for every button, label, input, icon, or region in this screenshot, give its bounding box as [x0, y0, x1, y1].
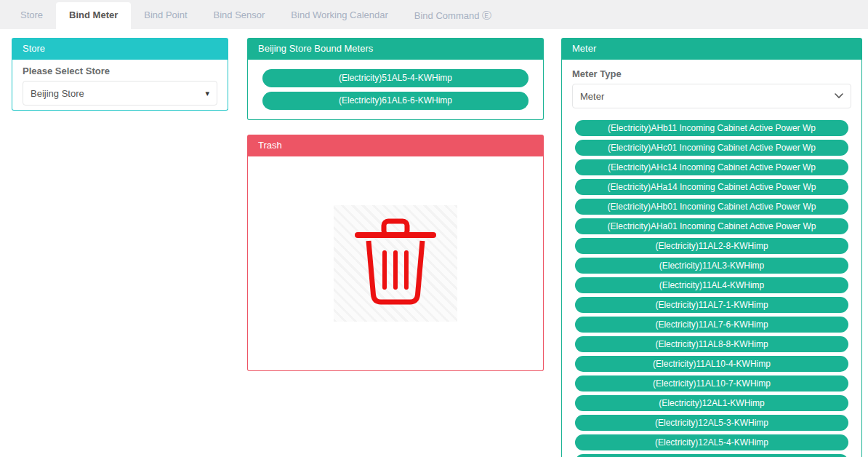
- bound-meter-pill[interactable]: (Electricity)61AL6-6-KWHimp: [262, 92, 529, 110]
- meter-pill[interactable]: (Electricity)11AL8-8-KWHimp: [575, 336, 848, 352]
- bound-meter-pill[interactable]: (Electricity)51AL5-4-KWHimp: [262, 69, 529, 87]
- tab-bind-meter[interactable]: Bind Meter: [56, 2, 131, 29]
- caret-down-icon: ▾: [205, 89, 209, 98]
- store-select-value: Beijing Store: [31, 88, 84, 99]
- tab-bind-sensor[interactable]: Bind Sensor: [201, 2, 278, 29]
- trash-can-icon: [334, 205, 457, 322]
- tab-bind-command[interactable]: Bind Command Ⓔ: [401, 2, 505, 29]
- store-panel: Store Please Select Store Beijing Store …: [12, 38, 228, 111]
- meter-pill[interactable]: (Electricity)AHb11 Incoming Cabinet Acti…: [575, 120, 848, 136]
- chevron-down-icon: [835, 93, 843, 99]
- meter-pill[interactable]: (Electricity)12AL5-3-KWHimp: [575, 415, 848, 431]
- meter-type-value: Meter: [580, 91, 604, 102]
- content-area: Store Please Select Store Beijing Store …: [0, 29, 868, 457]
- meter-panel: Meter Meter Type Meter (Electricity)AHb1…: [561, 38, 862, 457]
- bind-meter-page: StoreBind MeterBind PointBind SensorBind…: [0, 0, 868, 457]
- bound-meters-list: (Electricity)51AL5-4-KWHimp(Electricity)…: [247, 60, 544, 120]
- meter-pill[interactable]: (Electricity)AHb01 Incoming Cabinet Acti…: [575, 199, 848, 215]
- meter-pill[interactable]: (Electricity)12AL5-4-KWHimp: [575, 434, 848, 450]
- meter-pill[interactable]: (Electricity)11AL3-KWHimp: [575, 258, 848, 274]
- meter-panel-body: Meter Type Meter (Electricity)AHb11 Inco…: [561, 60, 862, 457]
- store-panel-body: Please Select Store Beijing Store ▾: [12, 60, 228, 111]
- tab-bind-point[interactable]: Bind Point: [131, 2, 200, 29]
- meter-title: Meter: [561, 38, 862, 60]
- meter-pill[interactable]: (Electricity)AHc14 Incoming Cabinet Acti…: [575, 159, 848, 175]
- trash-dropzone[interactable]: [247, 156, 544, 371]
- meter-pill[interactable]: (Electricity)AHc01 Incoming Cabinet Acti…: [575, 140, 848, 156]
- bound-meters-panel: Beijing Store Bound Meters (Electricity)…: [247, 38, 544, 120]
- trash-panel: Trash: [247, 135, 544, 371]
- meter-list: (Electricity)AHb11 Incoming Cabinet Acti…: [572, 120, 851, 457]
- meter-pill[interactable]: (Electricity)11AL4-KWHimp: [575, 277, 848, 293]
- store-panel-title: Store: [12, 38, 228, 60]
- meter-pill-partial[interactable]: [575, 454, 848, 457]
- meter-type-select[interactable]: Meter: [572, 84, 851, 108]
- meter-pill[interactable]: (Electricity)11AL10-4-KWHimp: [575, 356, 848, 372]
- meter-pill[interactable]: (Electricity)11AL7-1-KWHimp: [575, 297, 848, 313]
- meter-pill[interactable]: (Electricity)12AL1-KWHimp: [575, 395, 848, 411]
- bound-meters-title: Beijing Store Bound Meters: [247, 38, 544, 60]
- meter-pill[interactable]: (Electricity)11AL2-8-KWHimp: [575, 238, 848, 254]
- meter-pill[interactable]: (Electricity)AHa14 Incoming Cabinet Acti…: [575, 179, 848, 195]
- meter-pill[interactable]: (Electricity)11AL10-7-KWHimp: [575, 375, 848, 392]
- meter-pill[interactable]: (Electricity)11AL7-6-KWHimp: [575, 317, 848, 333]
- tab-bar: StoreBind MeterBind PointBind SensorBind…: [0, 0, 868, 29]
- meter-type-label: Meter Type: [572, 68, 851, 79]
- tab-store[interactable]: Store: [7, 2, 56, 29]
- store-select-label: Please Select Store: [23, 65, 217, 76]
- trash-title: Trash: [247, 135, 544, 156]
- tab-bind-working-calendar[interactable]: Bind Working Calendar: [278, 2, 401, 29]
- store-select[interactable]: Beijing Store ▾: [23, 81, 217, 106]
- meter-pill[interactable]: (Electricity)AHa01 Incoming Cabinet Acti…: [575, 218, 848, 234]
